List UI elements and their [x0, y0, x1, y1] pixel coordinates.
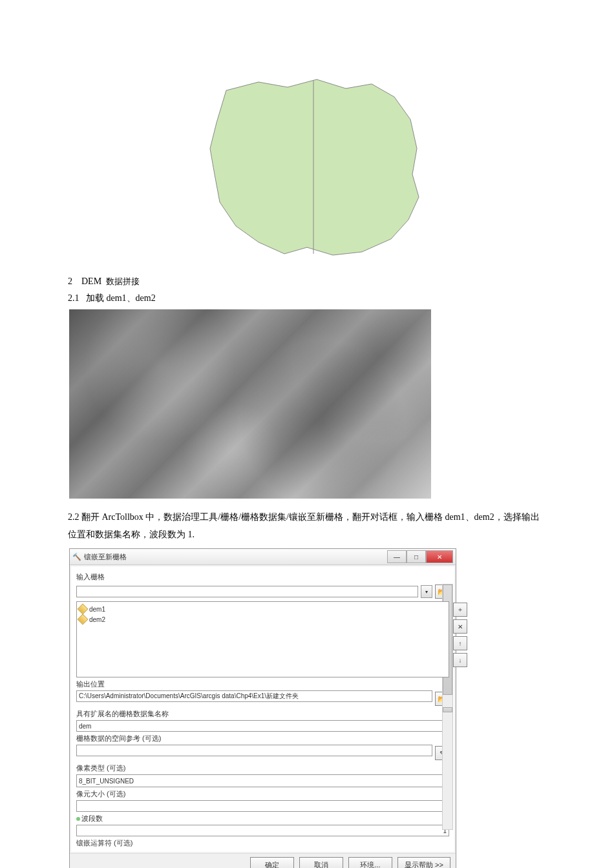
label-bands: 波段数: [76, 814, 449, 823]
list-item: dem2: [79, 614, 447, 625]
out-name-field[interactable]: dem: [76, 720, 449, 732]
label-pixel-type: 像素类型 (可选): [76, 763, 449, 773]
label-out-location: 输出位置: [76, 679, 449, 689]
ok-button[interactable]: 确定: [250, 857, 294, 868]
section-title-zh: 数据拼接: [106, 276, 140, 286]
section-title-en: DEM: [81, 276, 101, 286]
label-input-raster: 输入栅格: [76, 572, 449, 582]
show-help-button[interactable]: 显示帮助 >>: [397, 857, 450, 868]
add-button[interactable]: ＋: [453, 603, 467, 617]
out-location-field[interactable]: C:\Users\Administrator\Documents\ArcGIS\…: [76, 690, 432, 702]
cell-size-field[interactable]: [76, 800, 449, 812]
label-out-name: 具有扩展名的栅格数据集名称: [76, 709, 449, 719]
raster-icon: [78, 604, 89, 615]
label-mosaic-op: 镶嵌运算符 (可选): [76, 838, 449, 848]
required-dot-icon: [76, 817, 80, 821]
move-down-button[interactable]: ↓: [453, 653, 467, 667]
remove-button[interactable]: ✕: [453, 619, 467, 634]
mosaic-dialog: 🔨 镶嵌至新栅格 — □ ✕ 输入栅格 ▾ dem1: [69, 548, 456, 868]
environments-button[interactable]: 环境...: [348, 857, 392, 868]
spatial-ref-field[interactable]: [76, 745, 432, 756]
list-item: dem1: [79, 604, 447, 614]
bands-field[interactable]: 1: [76, 825, 449, 836]
cancel-button[interactable]: 取消: [299, 857, 343, 868]
section-2-heading: 2 DEM 数据拼接: [68, 276, 614, 287]
move-up-button[interactable]: ↑: [453, 636, 467, 650]
sub-text: 加载 dem1、dem2: [86, 293, 156, 303]
tool-icon: 🔨: [72, 553, 81, 561]
input-raster-list[interactable]: dem1 dem2: [76, 601, 449, 677]
dialog-titlebar[interactable]: 🔨 镶嵌至新栅格 — □ ✕: [70, 549, 456, 565]
raster-icon: [78, 614, 89, 625]
section-number: 2: [68, 276, 72, 286]
subsection-2-1: 2.1 加载 dem1、dem2: [68, 293, 614, 304]
pixel-type-select[interactable]: 8_BIT_UNSIGNED▾: [76, 774, 449, 787]
sub-num: 2.1: [68, 293, 79, 303]
window-maximize-button[interactable]: □: [407, 550, 426, 563]
dialog-title: 镶嵌至新栅格: [84, 552, 127, 562]
input-raster-dropdown[interactable]: ▾: [421, 585, 432, 598]
window-close-button[interactable]: ✕: [426, 550, 453, 563]
label-cell-size: 像元大小 (可选): [76, 789, 449, 799]
paragraph-2-2: 2.2 翻开 ArcTollbox 中，数据治理工具/栅格/栅格数据集/镶嵌至新…: [68, 509, 546, 543]
label-spatial-ref: 栅格数据的空间参考 (可选): [76, 734, 449, 743]
dem-raster-preview: [69, 309, 431, 499]
input-raster-field[interactable]: [76, 586, 418, 597]
region-map: [168, 61, 446, 268]
window-minimize-button[interactable]: —: [387, 550, 407, 563]
